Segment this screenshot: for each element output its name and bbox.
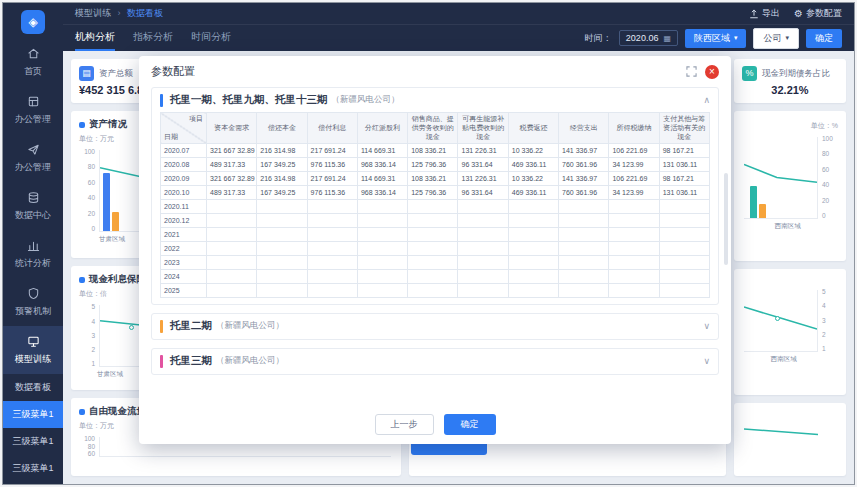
value-cell[interactable] — [307, 256, 357, 270]
value-cell[interactable]: 131 226.31 — [458, 172, 508, 186]
value-cell[interactable]: 141 336.97 — [559, 144, 609, 158]
value-cell[interactable] — [508, 284, 558, 298]
value-cell[interactable] — [659, 270, 709, 284]
value-cell[interactable] — [357, 256, 407, 270]
value-cell[interactable] — [508, 200, 558, 214]
value-cell[interactable] — [257, 256, 307, 270]
value-cell[interactable]: 167 349.25 — [257, 186, 307, 200]
value-cell[interactable]: 131 036.11 — [659, 158, 709, 172]
sidebar-item-home[interactable]: 首页 — [3, 38, 63, 86]
sidebar-subitem-dashboard[interactable]: 数据看板 — [3, 374, 63, 401]
value-cell[interactable] — [408, 256, 458, 270]
value-cell[interactable] — [207, 284, 257, 298]
value-cell[interactable] — [207, 242, 257, 256]
value-cell[interactable] — [659, 228, 709, 242]
value-cell[interactable] — [559, 200, 609, 214]
value-cell[interactable] — [207, 200, 257, 214]
sidebar-item-model-training[interactable]: 模型训练 — [3, 326, 63, 374]
value-cell[interactable] — [609, 270, 659, 284]
value-cell[interactable]: 760 361.96 — [559, 186, 609, 200]
value-cell[interactable] — [609, 200, 659, 214]
fullscreen-icon[interactable] — [686, 66, 697, 77]
value-cell[interactable]: 10 336.22 — [508, 172, 558, 186]
param-config-button[interactable]: ⚙ 参数配置 — [794, 7, 842, 20]
value-cell[interactable] — [609, 242, 659, 256]
value-cell[interactable] — [307, 228, 357, 242]
value-cell[interactable]: 217 691.24 — [307, 144, 357, 158]
chevron-up-icon[interactable]: ∧ — [703, 95, 710, 105]
value-cell[interactable]: 489 317.33 — [207, 158, 257, 172]
value-cell[interactable] — [357, 214, 407, 228]
value-cell[interactable] — [659, 256, 709, 270]
value-cell[interactable] — [207, 256, 257, 270]
value-cell[interactable]: 96 331.64 — [458, 158, 508, 172]
value-cell[interactable] — [458, 228, 508, 242]
value-cell[interactable] — [257, 200, 307, 214]
filter-confirm-button[interactable]: 确定 — [806, 29, 842, 48]
value-cell[interactable] — [307, 284, 357, 298]
value-cell[interactable] — [508, 270, 558, 284]
value-cell[interactable]: 469 336.11 — [508, 158, 558, 172]
value-cell[interactable]: 98 167.21 — [659, 172, 709, 186]
sidebar-item-office-2[interactable]: 办公管理 — [3, 134, 63, 182]
sidebar-subitem-level3-1[interactable]: 三级菜单1 — [3, 401, 63, 428]
value-cell[interactable] — [609, 284, 659, 298]
value-cell[interactable] — [659, 214, 709, 228]
sidebar-item-office-1[interactable]: 办公管理 — [3, 86, 63, 134]
value-cell[interactable] — [357, 270, 407, 284]
value-cell[interactable] — [659, 284, 709, 298]
chevron-down-icon[interactable]: ∨ — [703, 321, 710, 331]
value-cell[interactable] — [257, 214, 307, 228]
value-cell[interactable] — [257, 284, 307, 298]
value-cell[interactable]: 106 221.69 — [609, 144, 659, 158]
value-cell[interactable] — [207, 270, 257, 284]
value-cell[interactable]: 108 336.21 — [408, 172, 458, 186]
value-cell[interactable]: 321 667 32.89 — [207, 172, 257, 186]
value-cell[interactable] — [408, 284, 458, 298]
chevron-down-icon[interactable]: ∨ — [703, 356, 710, 366]
close-icon[interactable]: × — [705, 65, 719, 79]
value-cell[interactable]: 760 361.96 — [559, 158, 609, 172]
company-dropdown[interactable]: 公司 ▾ — [753, 28, 799, 49]
value-cell[interactable]: 106 221.69 — [609, 172, 659, 186]
value-cell[interactable] — [559, 270, 609, 284]
value-cell[interactable] — [458, 284, 508, 298]
value-cell[interactable] — [257, 242, 307, 256]
value-cell[interactable]: 489 317.33 — [207, 186, 257, 200]
value-cell[interactable]: 34 123.99 — [609, 158, 659, 172]
breadcrumb-parent[interactable]: 模型训练 — [75, 8, 111, 18]
value-cell[interactable] — [408, 242, 458, 256]
value-cell[interactable]: 217 691.24 — [307, 172, 357, 186]
modal-scrollbar[interactable] — [724, 173, 728, 265]
value-cell[interactable]: 114 669.31 — [357, 172, 407, 186]
value-cell[interactable] — [307, 214, 357, 228]
value-cell[interactable] — [307, 242, 357, 256]
sidebar-subitem-level3-3[interactable]: 三级菜单1 — [3, 455, 63, 482]
value-cell[interactable]: 10 336.22 — [508, 144, 558, 158]
value-cell[interactable] — [609, 228, 659, 242]
value-cell[interactable]: 968 336.14 — [357, 158, 407, 172]
value-cell[interactable] — [458, 270, 508, 284]
value-cell[interactable] — [357, 284, 407, 298]
value-cell[interactable] — [609, 214, 659, 228]
value-cell[interactable]: 114 669.31 — [357, 144, 407, 158]
value-cell[interactable] — [357, 200, 407, 214]
value-cell[interactable]: 141 336.97 — [559, 172, 609, 186]
value-cell[interactable] — [659, 200, 709, 214]
value-cell[interactable] — [307, 270, 357, 284]
value-cell[interactable]: 108 336.21 — [408, 144, 458, 158]
value-cell[interactable] — [609, 256, 659, 270]
section-header[interactable]: 托里一期、托里九期、托里十三期 （新疆风电公司） ∧ — [160, 93, 710, 107]
value-cell[interactable]: 976 115.36 — [307, 158, 357, 172]
value-cell[interactable] — [207, 228, 257, 242]
value-cell[interactable] — [408, 214, 458, 228]
region-dropdown[interactable]: 陕西区域 ▾ — [685, 29, 747, 48]
value-cell[interactable] — [559, 214, 609, 228]
value-cell[interactable] — [408, 270, 458, 284]
value-cell[interactable]: 968 336.14 — [357, 186, 407, 200]
value-cell[interactable]: 216 314.98 — [257, 172, 307, 186]
previous-step-button[interactable]: 上一步 — [375, 414, 434, 435]
value-cell[interactable]: 34 123.99 — [609, 186, 659, 200]
value-cell[interactable]: 216 314.98 — [257, 144, 307, 158]
value-cell[interactable] — [508, 228, 558, 242]
